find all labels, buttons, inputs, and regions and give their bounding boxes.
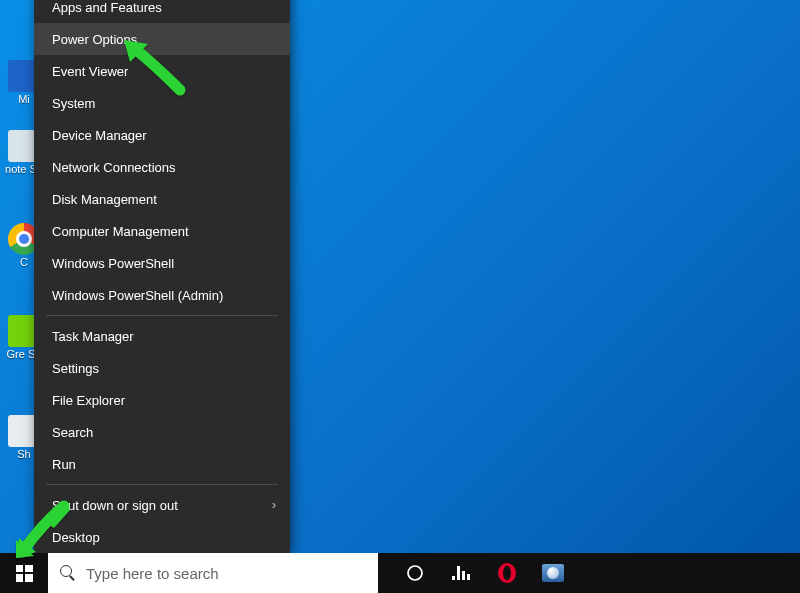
start-button[interactable] [0,553,48,593]
opera-icon [496,562,518,584]
search-icon [60,565,76,581]
menu-item-settings[interactable]: Settings [34,352,290,384]
menu-item-disk-management[interactable]: Disk Management [34,183,290,215]
menu-item-label: Disk Management [52,192,157,207]
chevron-right-icon: › [272,498,276,512]
menu-item-label: File Explorer [52,393,125,408]
menu-item-label: Shut down or sign out [52,498,178,513]
svg-point-0 [408,566,422,580]
menu-item-label: Windows PowerShell (Admin) [52,288,223,303]
taskbar: Type here to search [0,553,800,593]
menu-item-label: Network Connections [52,160,176,175]
menu-separator [46,315,278,316]
windows-logo-icon [16,565,33,582]
menu-item-windows-powershell[interactable]: Windows PowerShell [34,247,290,279]
search-placeholder: Type here to search [86,565,219,582]
task-view-button[interactable] [438,553,484,593]
menu-item-device-manager[interactable]: Device Manager [34,119,290,151]
menu-item-label: System [52,96,95,111]
winx-context-menu: Apps and FeaturesPower OptionsEvent View… [34,0,290,553]
menu-item-label: Search [52,425,93,440]
menu-item-apps-and-features[interactable]: Apps and Features [34,0,290,23]
menu-item-system[interactable]: System [34,87,290,119]
menu-item-label: Desktop [52,530,100,545]
menu-item-label: Task Manager [52,329,134,344]
menu-item-label: Device Manager [52,128,147,143]
menu-item-label: Computer Management [52,224,189,239]
menu-item-file-explorer[interactable]: File Explorer [34,384,290,416]
opera-taskbar-button[interactable] [484,553,530,593]
search-box[interactable]: Type here to search [48,553,378,593]
menu-item-search[interactable]: Search [34,416,290,448]
menu-item-computer-management[interactable]: Computer Management [34,215,290,247]
circle-icon [406,564,424,582]
menu-item-shut-down-or-sign-out[interactable]: Shut down or sign out› [34,489,290,521]
menu-item-network-connections[interactable]: Network Connections [34,151,290,183]
app-taskbar-button[interactable] [530,553,576,593]
menu-item-windows-powershell-admin[interactable]: Windows PowerShell (Admin) [34,279,290,311]
menu-item-label: Power Options [52,32,137,47]
svg-point-2 [503,566,511,581]
menu-item-label: Run [52,457,76,472]
menu-item-task-manager[interactable]: Task Manager [34,320,290,352]
menu-separator [46,484,278,485]
app-icon [542,564,564,582]
task-view-icon [452,566,470,580]
menu-item-power-options[interactable]: Power Options [34,23,290,55]
menu-item-label: Windows PowerShell [52,256,174,271]
menu-item-event-viewer[interactable]: Event Viewer [34,55,290,87]
cortana-button[interactable] [392,553,438,593]
menu-item-label: Apps and Features [52,0,162,15]
menu-item-label: Settings [52,361,99,376]
menu-item-desktop[interactable]: Desktop [34,521,290,553]
menu-item-label: Event Viewer [52,64,128,79]
menu-item-run[interactable]: Run [34,448,290,480]
